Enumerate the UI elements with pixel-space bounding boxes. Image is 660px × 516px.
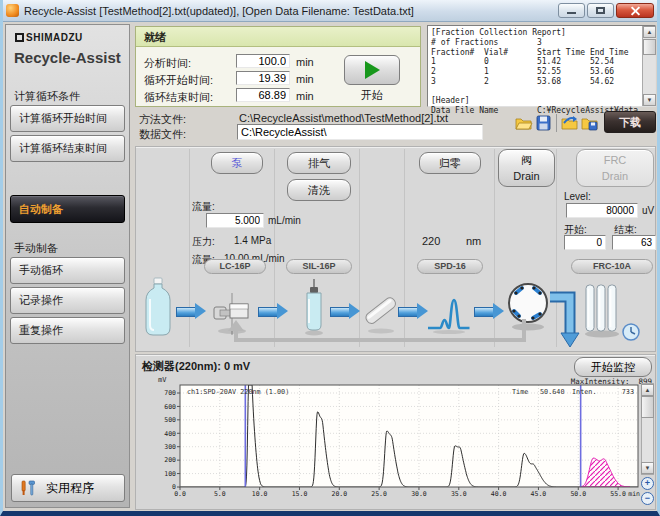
status-panel: 就绪 分析时间: min 循环开始时间: min 循环结束时间: min 开始: [135, 26, 421, 107]
minimize-button[interactable]: [558, 3, 585, 18]
pump-button[interactable]: 泵: [211, 152, 263, 174]
maximize-icon: [596, 7, 605, 14]
fraction-report-panel[interactable]: [Fraction Collection Report] # of Fracti…: [427, 25, 656, 107]
maximize-button[interactable]: [587, 3, 614, 18]
chart-scroll-thumb[interactable]: [641, 396, 654, 418]
report-scrollbar[interactable]: ▲ ▼: [642, 26, 655, 106]
shimadzu-logo-mark: [15, 33, 24, 42]
report-scroll-thumb[interactable]: [643, 39, 656, 55]
cycle-start-input[interactable]: [236, 71, 290, 85]
calc-cycle-end-button[interactable]: 计算循环结束时间: [10, 135, 125, 162]
close-icon: [631, 6, 640, 15]
elbow-arrow-icon: [548, 289, 582, 351]
svg-text:50.640: 50.640: [540, 388, 565, 396]
svg-text:5.0: 5.0: [214, 490, 226, 498]
svg-text:300: 300: [164, 443, 176, 451]
chart-scroll-down-icon[interactable]: ▼: [641, 462, 654, 474]
analysis-time-unit: min: [296, 56, 314, 68]
valve-drain-button[interactable]: 阀Drain: [498, 149, 555, 187]
svg-text:733: 733: [622, 388, 634, 396]
calc-cycle-start-button[interactable]: 计算循环开始时间: [10, 105, 125, 132]
report-scroll-down-icon[interactable]: ▼: [643, 94, 656, 106]
open-method-icon[interactable]: [514, 114, 533, 132]
svg-text:55.0: 55.0: [610, 490, 626, 498]
valve-drain-line2: Drain: [513, 170, 539, 182]
flow-rate-input[interactable]: [206, 213, 264, 228]
flow-arrow-icon: [398, 303, 428, 319]
save-method-icon[interactable]: [534, 114, 553, 132]
clock-icon: [622, 323, 640, 341]
cycle-start-unit: min: [296, 73, 314, 85]
zoom-in-icon[interactable]: +: [641, 477, 654, 490]
valve-drain-line1: 阀: [521, 154, 532, 166]
start-button-label: 开始: [344, 88, 400, 103]
analysis-time-label: 分析时间:: [144, 56, 191, 71]
open-report-icon[interactable]: [560, 114, 579, 132]
start-button[interactable]: [344, 55, 400, 85]
start-monitor-button[interactable]: 开始监控: [574, 357, 652, 377]
frc-drain-button[interactable]: FRCDrain: [576, 149, 654, 187]
svg-text:10.0: 10.0: [252, 490, 268, 498]
data-file-label: 数据文件:: [139, 127, 186, 142]
frc-drain-line2: Drain: [602, 170, 628, 182]
svg-text:0.0: 0.0: [174, 490, 186, 498]
svg-text:600: 600: [164, 403, 176, 411]
level-input[interactable]: [566, 203, 638, 218]
flow-rate-unit: mL/min: [268, 215, 301, 226]
calc-section-label: 计算循环条件: [6, 89, 80, 104]
tools-icon: [20, 479, 36, 497]
flow-diagram-panel: 泵 排气 清洗 归零 阀Drain FRCDrain Level: uV 开始:…: [135, 146, 656, 352]
report-scroll-up-icon[interactable]: ▲: [643, 26, 656, 38]
cycle-end-input[interactable]: [236, 88, 290, 102]
svg-text:ch1:SPD-20AV 220nm (1.00): ch1:SPD-20AV 220nm (1.00): [187, 388, 289, 396]
level-unit: uV: [642, 205, 654, 216]
sidebar: SHIMADZU Recycle-Assist 计算循环条件 计算循环开始时间 …: [5, 24, 130, 508]
flow-arrow-icon: [474, 303, 504, 319]
wavelength-value: 220: [422, 235, 440, 247]
frc-drain-line1: FRC: [604, 154, 627, 166]
purge-button[interactable]: 排气: [287, 152, 351, 174]
chromatogram-svg[interactable]: 01002003004005006007000.05.010.015.020.0…: [140, 381, 640, 509]
record-operation-button[interactable]: 记录操作: [10, 287, 125, 314]
utility-button[interactable]: 实用程序: [11, 474, 125, 502]
zero-button[interactable]: 归零: [419, 152, 481, 174]
flow-rate-label: 流量:: [192, 200, 215, 214]
manual-cycle-button[interactable]: 手动循环: [10, 257, 125, 284]
zoom-out-icon[interactable]: −: [641, 492, 654, 505]
device-label-sil16p: SIL-16P: [286, 259, 352, 274]
chart-scroll-up-icon[interactable]: ▲: [641, 384, 654, 396]
download-button[interactable]: 下载: [604, 111, 656, 133]
device-label-frc10a: FRC-10A: [571, 259, 653, 274]
close-button[interactable]: [616, 3, 654, 18]
svg-text:Time: Time: [512, 388, 528, 396]
collection-tubes-icon: [583, 283, 621, 339]
recycle-loop-line: [224, 319, 534, 347]
title-bar: Recycle-Assist [TestMethod[2].txt(update…: [0, 0, 660, 22]
svg-text:45.0: 45.0: [531, 490, 547, 498]
frc-end-input[interactable]: [612, 235, 656, 250]
data-file-input[interactable]: [237, 124, 483, 140]
fraction-report-text: [Fraction Collection Report] # of Fracti…: [428, 26, 655, 118]
svg-text:200: 200: [164, 456, 176, 464]
svg-text:30.0: 30.0: [411, 490, 427, 498]
cycle-start-label: 循环开始时间:: [144, 73, 213, 88]
wavelength-unit: nm: [466, 235, 481, 247]
svg-text:15.0: 15.0: [292, 490, 308, 498]
analysis-time-input[interactable]: [236, 54, 290, 68]
play-icon: [365, 61, 380, 79]
chart-scrollbar[interactable]: ▲ ▼: [641, 383, 654, 475]
level-label: Level:: [564, 191, 591, 202]
auto-prep-button[interactable]: 自动制备: [10, 195, 125, 223]
shimadzu-logo: SHIMADZU: [6, 25, 129, 43]
svg-text:Inten.: Inten.: [572, 388, 597, 396]
rinse-button[interactable]: 清洗: [287, 179, 351, 201]
detector-title: 检测器(220nm): 0 mV: [142, 359, 250, 374]
save-report-icon[interactable]: [580, 114, 599, 132]
utility-button-label: 实用程序: [46, 480, 94, 497]
svg-text:20.0: 20.0: [331, 490, 347, 498]
device-label-spd16: SPD-16: [417, 259, 483, 274]
brand-text: SHIMADZU: [26, 32, 83, 43]
status-state: 就绪: [136, 27, 420, 47]
frc-start-input[interactable]: [564, 235, 606, 250]
repeat-operation-button[interactable]: 重复操作: [10, 317, 125, 344]
